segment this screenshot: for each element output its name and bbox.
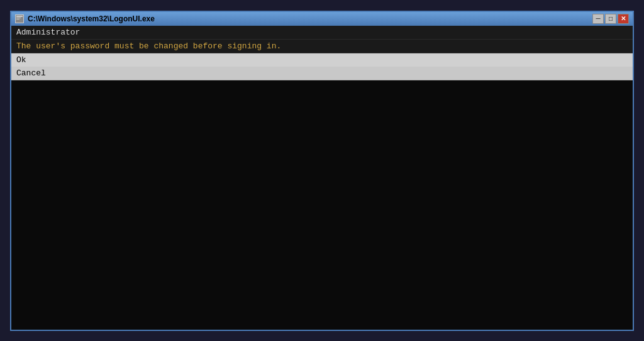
window-title: C:\Windows\system32\LogonUI.exe bbox=[28, 14, 592, 23]
svg-rect-1 bbox=[16, 16, 23, 17]
message-text: The user's password must be changed befo… bbox=[16, 41, 281, 51]
window-controls: ─ □ ✕ bbox=[592, 14, 629, 24]
restore-button[interactable]: □ bbox=[605, 14, 616, 24]
main-window: C:\Windows\system32\LogonUI.exe ─ □ ✕ Ad… bbox=[10, 11, 634, 331]
title-bar: C:\Windows\system32\LogonUI.exe ─ □ ✕ bbox=[11, 12, 633, 26]
username-text: Administrator bbox=[16, 28, 80, 37]
window-body: Administrator The user's password must b… bbox=[11, 26, 633, 330]
minimize-button[interactable]: ─ bbox=[592, 14, 604, 24]
empty-content-area bbox=[11, 80, 633, 330]
svg-rect-2 bbox=[16, 18, 21, 18]
window-icon bbox=[15, 14, 24, 23]
close-button[interactable]: ✕ bbox=[618, 14, 629, 24]
message-row: The user's password must be changed befo… bbox=[11, 40, 633, 53]
ok-button[interactable]: Ok bbox=[11, 53, 633, 67]
svg-rect-3 bbox=[16, 19, 19, 19]
username-row: Administrator bbox=[11, 26, 633, 40]
cancel-button[interactable]: Cancel bbox=[11, 67, 633, 80]
